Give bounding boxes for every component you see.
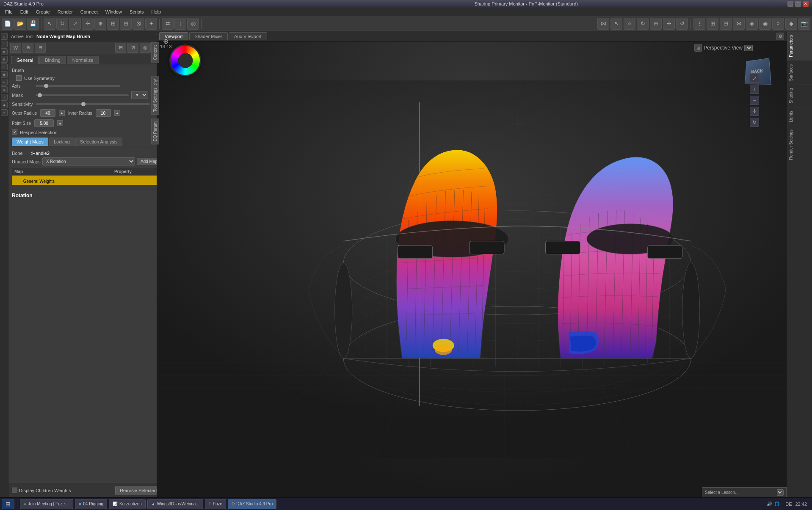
start-button[interactable]: ⊞ <box>2 499 14 509</box>
weight-btn-2[interactable]: ⊕ <box>22 43 33 53</box>
wm-tab-weight-maps[interactable]: Weight Maps <box>12 138 48 146</box>
snap-btn[interactable]: ⋈ <box>597 18 609 30</box>
use-symmetry-checkbox[interactable] <box>16 75 22 81</box>
bone-tool-7[interactable]: ◊ <box>772 18 784 30</box>
mini-btn-s[interactable]: ⊠ <box>127 43 138 53</box>
menu-file[interactable]: File <box>2 8 16 15</box>
left-nav-7[interactable]: ✦ <box>1 79 8 85</box>
tool11[interactable]: ↕ <box>174 18 186 30</box>
menu-scripts[interactable]: Scripts <box>126 8 147 15</box>
vp-tab-aux-viewport[interactable]: Aux Viewport <box>229 32 267 40</box>
bone-tool-3[interactable]: ⊟ <box>720 18 732 30</box>
vp-tab-shader-mixer[interactable]: Shader Mixer <box>189 32 228 40</box>
mask-slider[interactable] <box>36 94 129 96</box>
left-nav-8[interactable]: ◈ <box>1 86 8 93</box>
respect-selection-checkbox[interactable] <box>12 130 17 135</box>
tool7[interactable]: ⊟ <box>120 18 132 30</box>
viewport-settings-btn[interactable]: ⚙ <box>776 33 784 40</box>
rotate-tool[interactable]: ↻ <box>56 18 68 30</box>
wm-tab-selection-analysis[interactable]: Selection Analysis <box>75 138 122 146</box>
left-nav-5[interactable]: ⊟ <box>1 63 8 70</box>
open-button[interactable]: 📂 <box>14 18 26 30</box>
outer-radius-input[interactable] <box>40 109 55 117</box>
taskbar-daz-studio[interactable]: D DAZ Studio 4.9 Pro <box>228 499 276 509</box>
outer-radius-spin-up[interactable]: ▲ <box>59 110 65 116</box>
left-nav-11[interactable]: ◊ <box>1 109 8 116</box>
mini-btn-r[interactable]: ⊞ <box>115 43 126 53</box>
left-nav-2[interactable]: ☰ <box>1 41 8 47</box>
right-tab-surfaces[interactable]: Surfaces <box>787 61 812 84</box>
lesson-dropdown[interactable]: ▼ <box>777 489 784 496</box>
point-size-spin-up[interactable]: ▲ <box>57 120 63 126</box>
bone-tool-8[interactable]: ◆ <box>785 18 797 30</box>
axis-slider-thumb[interactable] <box>44 84 48 88</box>
tool5[interactable]: ⊕ <box>94 18 106 30</box>
left-nav-3[interactable]: ◉ <box>1 48 8 55</box>
menu-create[interactable]: Create <box>33 8 53 15</box>
perspective-dropdown[interactable]: ▼ <box>744 45 753 51</box>
sensitivity-slider-thumb[interactable] <box>81 102 86 106</box>
tab-general[interactable]: General <box>11 56 39 64</box>
taskbar-kurznotizen[interactable]: 📝 Kurznotizen <box>109 499 146 509</box>
inner-radius-spin-up[interactable]: ▲ <box>114 110 120 116</box>
sensitivity-slider[interactable] <box>36 103 150 105</box>
point-size-input[interactable] <box>34 119 54 127</box>
bone-tool-1[interactable]: ⋮ <box>693 18 705 30</box>
inner-radius-input[interactable] <box>96 109 111 117</box>
weight-btn-3[interactable]: ⊟ <box>35 43 46 53</box>
tool9[interactable]: ✦ <box>145 18 157 30</box>
weight-btn-1[interactable]: W <box>10 43 21 53</box>
left-nav-10[interactable]: ◆ <box>1 102 8 108</box>
brush-select-btn[interactable]: ↻ <box>637 18 649 30</box>
left-nav-1[interactable]: ⌂ <box>1 33 8 40</box>
scale-tool[interactable]: ⤢ <box>69 18 81 30</box>
zoom-in-btn[interactable]: + <box>750 85 759 94</box>
select-tool[interactable]: ↖ <box>44 18 55 30</box>
taskbar-wings3d[interactable]: ▲ Wings3D - e/Webina... <box>147 499 203 509</box>
axis-slider[interactable] <box>36 85 120 87</box>
map-row[interactable]: General Weights <box>12 176 161 185</box>
unused-maps-dropdown[interactable]: X Rotation <box>42 157 135 165</box>
wm-tab-locking[interactable]: Locking <box>49 138 75 146</box>
menu-connect[interactable]: Connect <box>77 8 101 15</box>
display-children-checkbox[interactable] <box>12 488 17 493</box>
tab-normalize[interactable]: Normalize <box>67 56 99 64</box>
menu-window[interactable]: Window <box>102 8 125 15</box>
menu-render[interactable]: Render <box>54 8 76 15</box>
viewport-inner[interactable]: 13:13 ⊞ Perspective View ▼ BACK <box>157 41 787 497</box>
bone-tool-5[interactable]: ◈ <box>746 18 758 30</box>
taskbar-rigging[interactable]: ■ 04 Rigging <box>75 499 107 509</box>
orient-arrows[interactable]: ⊕ <box>163 37 168 45</box>
pan-btn[interactable]: ✛ <box>750 107 759 116</box>
right-tab-lights[interactable]: Lights <box>787 107 812 126</box>
zoom-out-btn[interactable]: − <box>750 96 759 105</box>
new-button[interactable]: 📄 <box>2 18 14 30</box>
mask-dropdown[interactable]: ▼ <box>131 91 148 99</box>
minimize-button[interactable]: ─ <box>787 1 793 7</box>
left-nav-6[interactable]: ▣ <box>1 71 8 78</box>
tool-settings-tab[interactable]: Tool Settings <box>151 85 159 115</box>
translate-tool[interactable]: ✛ <box>82 18 94 30</box>
maximize-button[interactable]: □ <box>795 1 801 7</box>
mask-slider-thumb[interactable] <box>38 93 42 97</box>
move-all-btn[interactable]: ⊕ <box>650 18 662 30</box>
bone-tool-2[interactable]: ⊞ <box>707 18 718 30</box>
save-button[interactable]: 💾 <box>27 18 39 30</box>
content-tab[interactable]: Content <box>151 42 159 63</box>
remove-selected-button[interactable]: Remove Selected <box>115 486 161 495</box>
menu-help[interactable]: Help <box>148 8 165 15</box>
right-tab-render-settings[interactable]: Render Settings <box>787 126 812 163</box>
bone-tool-6[interactable]: ◉ <box>759 18 771 30</box>
left-nav-9[interactable]: ⋮ <box>1 94 8 101</box>
taskbar-fuze[interactable]: F Fuze <box>205 499 226 509</box>
tool10[interactable]: ⇄ <box>162 18 174 30</box>
tool8[interactable]: ⊠ <box>133 18 144 30</box>
tool6[interactable]: ⊞ <box>107 18 119 30</box>
camera-btn[interactable]: 📷 <box>798 18 810 30</box>
color-wheel[interactable] <box>169 44 201 76</box>
move-local-btn[interactable]: ✛ <box>663 18 675 30</box>
rotate-all-btn[interactable]: ↺ <box>676 18 688 30</box>
taskbar-fuze-join[interactable]: ● Join Meeting | Fuze ... <box>20 499 73 509</box>
select-all-btn[interactable]: ↖ <box>610 18 622 30</box>
viewport-icon-btn[interactable]: ⊞ <box>694 44 702 52</box>
